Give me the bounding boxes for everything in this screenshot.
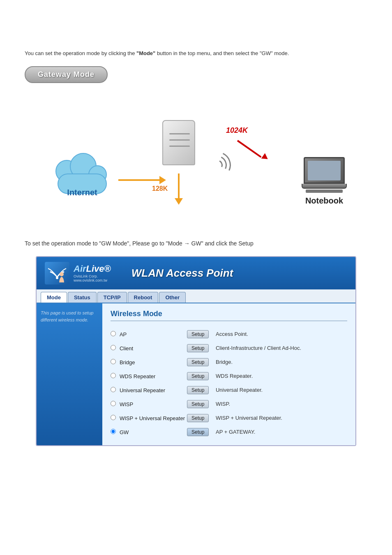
arrow-down xyxy=(175,173,183,205)
tab-tcpip[interactable]: TCP/IP xyxy=(97,292,127,303)
logo-image xyxy=(45,262,69,284)
radio-wds-repeater[interactable] xyxy=(111,373,116,378)
wlan-title: WLAN Access Point xyxy=(131,267,233,280)
router-device xyxy=(160,120,197,173)
table-row: WISP + Universal Repeater Setup WISP + U… xyxy=(111,411,347,425)
company-name: OvisLink Corp. xyxy=(74,274,98,278)
desc-ap: Access Point. xyxy=(214,327,347,341)
desc-universal: Universal Repeater. xyxy=(214,383,347,397)
panel-sidebar: This page is used to setup different wir… xyxy=(37,303,102,445)
section-title: Wireless Mode xyxy=(111,310,347,321)
table-row: Bridge Setup Bridge. xyxy=(111,355,347,369)
network-diagram: Internet 128K 1024K Notebook xyxy=(25,95,367,223)
setup-client-button[interactable]: Setup xyxy=(187,344,209,352)
tab-status[interactable]: Status xyxy=(68,292,97,303)
arrow-down-head xyxy=(175,198,183,205)
sidebar-description: This page is used to setup different wir… xyxy=(41,310,93,323)
radio-client[interactable] xyxy=(111,345,116,350)
bandwidth-up-label: 1024K xyxy=(226,126,248,135)
mode-gw-cell: GW xyxy=(111,425,185,439)
instruction-text: To set the operation mode to "GW Mode", … xyxy=(25,239,367,248)
setup-wds-button[interactable]: Setup xyxy=(187,372,209,380)
table-row: GW Setup AP + GATEWAY. xyxy=(111,425,347,439)
intro-para: You can set the operation mode by clicki… xyxy=(25,50,289,56)
mode-wisp-cell: WISP xyxy=(111,397,185,411)
bandwidth-down-label: 128K xyxy=(152,185,168,192)
tab-mode[interactable]: Mode xyxy=(41,292,67,303)
mode-universal-cell: Universal Repeater xyxy=(111,383,185,397)
setup-client-cell: Setup xyxy=(185,341,214,355)
gateway-mode-button[interactable]: Gateway Mode xyxy=(25,66,108,83)
label-ap: AP xyxy=(120,331,127,338)
airlive-logo-text: AirLive® xyxy=(74,264,111,274)
panel-header: AirLive® OvisLink Corp. www.ovislink.com… xyxy=(37,257,355,289)
arrow-internet-router xyxy=(118,176,166,184)
radio-gw[interactable] xyxy=(111,429,116,434)
label-gw: GW xyxy=(120,429,129,435)
router-line-2 xyxy=(169,139,190,141)
setup-gw-button[interactable]: Setup xyxy=(187,428,209,436)
router-line-1 xyxy=(169,133,190,134)
arrow-1024k-head xyxy=(261,153,270,162)
desc-gw: AP + GATEWAY. xyxy=(214,425,347,439)
desc-bridge: Bridge. xyxy=(214,355,347,369)
label-client: Client xyxy=(120,345,133,352)
panel-body: This page is used to setup different wir… xyxy=(37,303,355,445)
wifi-waves xyxy=(201,149,234,182)
gw-keyword: "GW" xyxy=(260,50,273,56)
logo-area: AirLive® OvisLink Corp. www.ovislink.com… xyxy=(45,262,111,284)
setup-bridge-button[interactable]: Setup xyxy=(187,358,209,366)
company-website: www.ovislink.com.tw xyxy=(74,278,107,282)
router-body xyxy=(162,120,195,165)
label-wds-repeater: WDS Repeater xyxy=(120,373,155,379)
table-row: Client Setup Client-Infrastructure / Cli… xyxy=(111,341,347,355)
router-line-3 xyxy=(169,146,190,147)
radio-wisp[interactable] xyxy=(111,401,116,406)
radio-wisp-universal[interactable] xyxy=(111,415,116,420)
arrow-1024k-line xyxy=(237,140,262,157)
table-row: WDS Repeater Setup WDS Repeater. xyxy=(111,369,347,383)
notebook-keyboard xyxy=(306,190,343,193)
notebook-screen xyxy=(304,157,345,184)
access-point-text: Access Point xyxy=(166,267,233,279)
label-wisp-universal: WISP + Universal Repeater xyxy=(120,415,185,421)
setup-ap-cell: Setup xyxy=(185,327,214,341)
arrow-vertical-line xyxy=(178,173,180,198)
air-text: Air xyxy=(74,264,86,274)
setup-ap-button[interactable]: Setup xyxy=(187,330,209,338)
table-row: AP Setup Access Point. xyxy=(111,327,347,341)
notebook: Notebook xyxy=(302,157,347,206)
radio-bridge[interactable] xyxy=(111,359,116,364)
setup-universal-cell: Setup xyxy=(185,383,214,397)
setup-wisp-button[interactable]: Setup xyxy=(187,400,209,408)
table-row: WISP Setup WISP. xyxy=(111,397,347,411)
setup-wds-cell: Setup xyxy=(185,369,214,383)
setup-gw-cell: Setup xyxy=(185,425,214,439)
mode-bridge-cell: Bridge xyxy=(111,355,185,369)
setup-wisp-cell: Setup xyxy=(185,397,214,411)
setup-universal-button[interactable]: Setup xyxy=(187,386,209,394)
radio-universal-repeater[interactable] xyxy=(111,387,116,392)
notebook-screen-inner xyxy=(308,161,341,180)
panel-content: Wireless Mode AP Setup Access Point. xyxy=(102,303,355,445)
label-wisp: WISP xyxy=(120,401,133,407)
arrow-head xyxy=(159,176,166,184)
mode-table: AP Setup Access Point. Client xyxy=(111,327,347,439)
airlive-logo-svg xyxy=(46,263,69,283)
radio-ap[interactable] xyxy=(111,331,116,336)
notebook-label: Notebook xyxy=(302,196,347,206)
airlive-brand: AirLive® OvisLink Corp. www.ovislink.com… xyxy=(74,264,111,282)
mode-wisp-universal-cell: WISP + Universal Repeater xyxy=(111,411,185,425)
mode-ap-cell: AP xyxy=(111,327,185,341)
mode-wds-cell: WDS Repeater xyxy=(111,369,185,383)
setup-wisp-universal-button[interactable]: Setup xyxy=(187,414,209,422)
table-row: Universal Repeater Setup Universal Repea… xyxy=(111,383,347,397)
arrow-line-horizontal xyxy=(118,179,159,181)
svg-point-0 xyxy=(56,277,58,279)
tab-other[interactable]: Other xyxy=(159,292,186,303)
mode-client-cell: Client xyxy=(111,341,185,355)
notebook-base xyxy=(302,184,347,189)
tab-reboot[interactable]: Reboot xyxy=(128,292,159,303)
desc-client: Client-Infrastructure / Client Ad-Hoc. xyxy=(214,341,347,355)
internet-cloud: Internet xyxy=(49,161,115,202)
